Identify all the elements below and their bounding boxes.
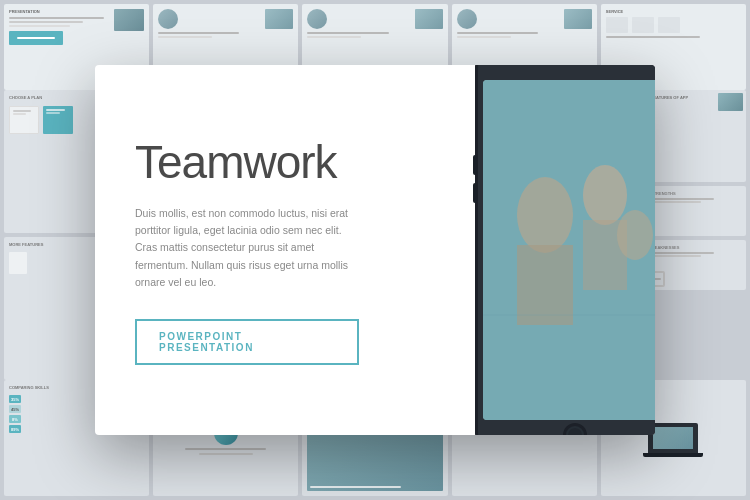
bg-slide-strengths: STRENGTHS	[646, 186, 746, 236]
card-content-left: Teamwork Duis mollis, est non commodo lu…	[95, 65, 395, 435]
svg-rect-18	[473, 155, 477, 175]
phone-svg	[465, 65, 655, 435]
card-title: Teamwork	[135, 139, 359, 185]
svg-rect-19	[473, 183, 477, 203]
main-card: Teamwork Duis mollis, est non commodo lu…	[95, 65, 655, 435]
bg-slide-features-app: FEATURES OF APP	[646, 90, 746, 182]
card-phone-area	[395, 65, 655, 435]
bg-slide-weaknesses: WEAKNESSES	[646, 240, 746, 290]
svg-rect-11	[483, 80, 655, 420]
card-body-text: Duis mollis, est non commodo luctus, nis…	[135, 205, 355, 292]
cta-button[interactable]: POWERPOINT PRESENTATION	[135, 319, 359, 365]
phone-mockup	[465, 65, 655, 435]
